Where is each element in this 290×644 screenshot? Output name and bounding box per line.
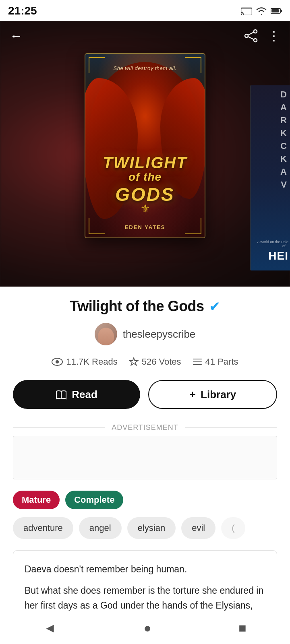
author-username[interactable]: thesleepyscribe	[123, 328, 196, 341]
eye-icon	[52, 358, 63, 366]
genre-tag-more[interactable]: (	[221, 517, 245, 539]
description-line1: Daeva doesn't remember being human.	[25, 562, 265, 577]
second-book-letter-k2: K	[254, 154, 287, 164]
parts-count: 41 Parts	[205, 357, 238, 367]
back-nav-icon[interactable]: ◄	[44, 621, 56, 636]
stats-row: 11.7K Reads 526 Votes 41 Parts	[13, 357, 277, 367]
genre-tag-elysian[interactable]: elysian	[127, 517, 176, 539]
genre-tag-angel[interactable]: angel	[79, 517, 122, 539]
parts-stat: 41 Parts	[193, 357, 238, 367]
book-cover-art: She will destroy them all. TWILIGHT of t…	[85, 54, 205, 237]
verified-icon: ✔	[209, 298, 220, 314]
home-nav-icon[interactable]: ●	[143, 621, 151, 636]
border-decoration-br	[185, 218, 201, 234]
wifi-icon	[255, 6, 267, 15]
complete-tag[interactable]: Complete	[65, 491, 123, 509]
book-title-display: Twilight of the Gods	[70, 298, 204, 315]
second-book-bottom: A world on the Pale of... HEI	[252, 240, 288, 262]
svg-point-7	[254, 39, 257, 42]
star-icon	[129, 357, 139, 367]
author-avatar[interactable]	[95, 323, 117, 345]
back-button[interactable]: ←	[10, 29, 23, 43]
svg-line-8	[248, 32, 254, 35]
nav-right-icons: ⋮	[244, 28, 280, 43]
svg-rect-0	[241, 8, 252, 15]
genre-tag-evil[interactable]: evil	[181, 517, 215, 539]
book-name-row: Twilight of the Gods ✔	[13, 298, 277, 315]
status-bar: 21:25	[0, 0, 290, 21]
mature-tag[interactable]: Mature	[13, 491, 60, 509]
ad-divider-right	[185, 427, 277, 428]
svg-rect-3	[271, 9, 279, 12]
advertisement-label: ADVERTISEMENT	[13, 423, 277, 432]
advertisement-box[interactable]	[13, 436, 277, 479]
border-decoration-tl	[89, 57, 105, 73]
advertisement-text: ADVERTISEMENT	[112, 423, 178, 432]
read-button-label: Read	[72, 388, 97, 401]
bottom-nav: ◄ ● ■	[0, 612, 290, 644]
second-book-subtitle: A world on the Pale of...	[252, 240, 288, 248]
description-line2: But what she does remember is the tortur…	[25, 583, 265, 613]
book-title-block: TWILIGHT of the GODS	[85, 155, 205, 205]
svg-point-6	[245, 34, 248, 37]
tags-row: Mature Complete	[13, 491, 277, 509]
svg-rect-1	[242, 13, 242, 14]
battery-icon	[271, 8, 282, 14]
read-button[interactable]: Read	[13, 380, 140, 409]
library-button[interactable]: + Library	[148, 380, 277, 409]
nav-bar: ← ⋮	[0, 21, 290, 51]
read-book-icon	[56, 389, 67, 400]
second-book-letter-v: V	[254, 180, 287, 190]
border-decoration-bl	[89, 218, 105, 234]
action-buttons: Read + Library	[13, 380, 277, 409]
main-book-cover[interactable]: She will destroy them all. TWILIGHT of t…	[85, 53, 205, 238]
author-row[interactable]: thesleepyscribe	[13, 323, 277, 345]
wings-symbol: ⚜	[140, 202, 150, 215]
svg-rect-4	[281, 10, 282, 12]
ad-divider-left	[13, 427, 105, 428]
second-book-letter-a: A	[254, 102, 287, 113]
second-book-letter-r: R	[254, 115, 287, 126]
second-book-letter-d: D	[254, 89, 287, 100]
svg-point-11	[56, 360, 59, 363]
reads-count: 11.7K Reads	[66, 357, 117, 367]
genre-tag-adventure[interactable]: adventure	[13, 517, 73, 539]
svg-point-5	[254, 30, 257, 33]
book-title-line1: TWILIGHT	[85, 155, 205, 171]
votes-stat: 526 Votes	[129, 357, 181, 367]
second-book-title-partial: HEI	[252, 250, 288, 262]
description-text: Daeva doesn't remember being human. But …	[25, 562, 265, 613]
second-book-letter-a2: A	[254, 167, 287, 177]
votes-count: 526 Votes	[142, 357, 181, 367]
svg-line-9	[248, 37, 254, 39]
status-icons	[241, 6, 282, 15]
second-book-letter-c: C	[254, 141, 287, 151]
book-header: ← ⋮ She will destroy them all.	[0, 21, 290, 287]
second-book-cover[interactable]: D A R K C K A V A world on the Pale of..…	[250, 85, 290, 270]
genre-tags: adventure angel elysian evil (	[13, 517, 277, 539]
status-time: 21:25	[8, 4, 37, 17]
library-button-label: Library	[201, 388, 236, 401]
library-plus-icon: +	[189, 388, 196, 401]
book-covers-area: She will destroy them all. TWILIGHT of t…	[0, 53, 290, 238]
more-options-icon[interactable]: ⋮	[267, 28, 280, 43]
avatar-face	[98, 328, 114, 345]
border-decoration-tr	[185, 57, 201, 73]
second-book-letter-k: K	[254, 128, 287, 138]
main-content: Twilight of the Gods ✔ thesleepyscribe 1…	[0, 287, 290, 644]
share-icon[interactable]	[244, 29, 258, 43]
recent-nav-icon[interactable]: ■	[238, 621, 246, 636]
advertisement-section: ADVERTISEMENT	[13, 423, 277, 479]
book-title-line2: of the	[85, 171, 205, 184]
second-book-inner: D A R K C K A V A world on the Pale of..…	[251, 85, 290, 270]
parts-icon	[193, 357, 202, 367]
cast-icon	[241, 6, 252, 15]
reads-stat: 11.7K Reads	[52, 357, 117, 367]
